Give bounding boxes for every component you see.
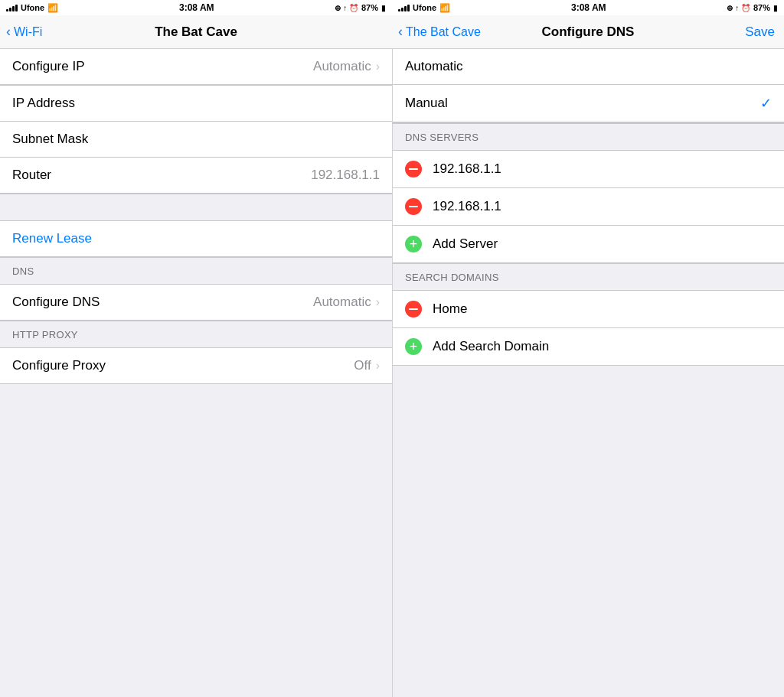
configure-ip-row[interactable]: Configure IP Automatic › <box>0 49 392 84</box>
dns-manual-label: Manual <box>405 96 448 111</box>
ip-address-row: IP Address <box>0 86 392 122</box>
back-label-left: Wi-Fi <box>14 25 42 39</box>
right-status-carrier: Ufone 📶 <box>398 3 450 13</box>
remove-server-2-button[interactable] <box>405 198 422 215</box>
dns-servers-group: 192.168.1.1 192.168.1.1 Add Server <box>393 151 784 263</box>
ip-address-label: IP Address <box>12 96 75 111</box>
dns-server-2-value: 192.168.1.1 <box>433 199 501 214</box>
right-status-bar: Ufone 📶 3:08 AM ⊕ ↑ ⏰ 87% ▮ <box>392 0 784 15</box>
content-area: Configure IP Automatic › IP Address Subn… <box>0 49 784 697</box>
configure-proxy-value-text: Off <box>354 358 371 373</box>
back-button-right[interactable]: ‹ The Bat Cave <box>398 24 481 40</box>
router-row: Router 192.168.1.1 <box>0 158 392 193</box>
carrier-name-left: Ufone <box>21 3 44 12</box>
spacer-1 <box>0 194 392 221</box>
signal-icon <box>6 4 18 11</box>
remove-server-1-button[interactable] <box>405 161 422 178</box>
left-nav-bar: ‹ Wi-Fi The Bat Cave <box>0 15 392 49</box>
ip-details-group: IP Address Subnet Mask Router 192.168.1.… <box>0 85 392 194</box>
carrier-name-right: Ufone <box>413 3 436 12</box>
left-panel: Configure IP Automatic › IP Address Subn… <box>0 49 392 697</box>
configure-proxy-group: Configure Proxy Off › <box>0 348 392 384</box>
wifi-icon-right: 📶 <box>439 3 450 13</box>
remove-home-domain-button[interactable] <box>405 301 422 318</box>
configure-ip-label: Configure IP <box>12 59 85 74</box>
dns-mode-group: Automatic Manual ✓ <box>393 49 784 123</box>
dns-server-1-row[interactable]: 192.168.1.1 <box>393 151 784 188</box>
configure-ip-group: Configure IP Automatic › <box>0 49 392 85</box>
nav-title-left: The Bat Cave <box>155 24 237 40</box>
spacer-2: DNS <box>0 257 392 285</box>
battery-left: 87% <box>361 3 378 12</box>
left-status-bar: Ufone 📶 3:08 AM ⊕ ↑ ⏰ 87% ▮ <box>0 0 392 15</box>
configure-proxy-row[interactable]: Configure Proxy Off › <box>0 348 392 383</box>
dns-automatic-label: Automatic <box>405 59 463 74</box>
router-value: 192.168.1.1 <box>311 168 380 183</box>
right-nav-bar: ‹ The Bat Cave Configure DNS Save <box>392 15 784 49</box>
dns-section-header: DNS <box>12 265 34 277</box>
configure-dns-group: Configure DNS Automatic › <box>0 285 392 321</box>
search-domains-label: SEARCH DOMAINS <box>405 272 499 283</box>
chevron-right-icon: › <box>376 60 380 73</box>
location-icon-right: ⊕ ↑ ⏰ <box>727 4 750 12</box>
add-search-domain-button[interactable] <box>405 338 422 355</box>
search-domain-home-row[interactable]: Home <box>393 291 784 328</box>
location-icon-left: ⊕ ↑ ⏰ <box>335 4 358 12</box>
router-label: Router <box>12 168 51 183</box>
checkmark-icon: ✓ <box>760 95 772 112</box>
configure-ip-value-text: Automatic <box>313 59 371 74</box>
dns-servers-label: DNS SERVERS <box>405 132 479 143</box>
renew-lease-row[interactable]: Renew Lease <box>0 221 392 256</box>
subnet-mask-row: Subnet Mask <box>0 122 392 158</box>
add-server-row[interactable]: Add Server <box>393 226 784 262</box>
http-proxy-section-header: HTTP PROXY <box>12 329 78 340</box>
right-panel: Automatic Manual ✓ DNS SERVERS 192.168.1… <box>392 49 784 697</box>
search-domain-home-label: Home <box>433 301 467 317</box>
add-server-label: Add Server <box>433 236 498 252</box>
battery-right: 87% <box>753 3 770 12</box>
status-bars: Ufone 📶 3:08 AM ⊕ ↑ ⏰ 87% ▮ Ufone 📶 3:08… <box>0 0 784 15</box>
configure-dns-value: Automatic › <box>313 295 380 310</box>
configure-proxy-chevron-icon: › <box>376 359 380 373</box>
configure-dns-chevron-icon: › <box>376 295 380 309</box>
chevron-left-icon-right: ‹ <box>398 24 403 40</box>
battery-icon-right: ▮ <box>773 4 778 12</box>
nav-title-right: Configure DNS <box>542 24 635 40</box>
subnet-mask-label: Subnet Mask <box>12 132 88 147</box>
time-right: 3:08 AM <box>571 2 606 13</box>
search-domains-section-header: SEARCH DOMAINS <box>393 263 784 291</box>
battery-icon-left: ▮ <box>381 4 386 12</box>
spacer-3: HTTP PROXY <box>0 321 392 348</box>
back-label-right: The Bat Cave <box>406 25 481 39</box>
renew-lease-group: Renew Lease <box>0 221 392 257</box>
configure-dns-value-text: Automatic <box>313 295 371 310</box>
signal-icon-right <box>398 4 410 11</box>
dns-servers-section-header: DNS SERVERS <box>393 123 784 151</box>
search-domains-group: Home Add Search Domain <box>393 291 784 366</box>
dns-server-2-row[interactable]: 192.168.1.1 <box>393 188 784 226</box>
right-status-icons-left: ⊕ ↑ ⏰ 87% ▮ <box>335 3 386 12</box>
nav-bars: ‹ Wi-Fi The Bat Cave ‹ The Bat Cave Conf… <box>0 15 784 49</box>
configure-proxy-value: Off › <box>354 358 380 373</box>
renew-lease-label: Renew Lease <box>12 231 92 246</box>
dns-server-1-value: 192.168.1.1 <box>433 161 501 177</box>
configure-dns-row[interactable]: Configure DNS Automatic › <box>0 285 392 320</box>
chevron-left-icon-left: ‹ <box>6 24 11 40</box>
add-search-domain-label: Add Search Domain <box>433 339 549 354</box>
dns-automatic-row[interactable]: Automatic <box>393 49 784 85</box>
right-status-icons-right: ⊕ ↑ ⏰ 87% ▮ <box>727 3 778 12</box>
wifi-icon-left: 📶 <box>47 3 58 13</box>
back-button-left[interactable]: ‹ Wi-Fi <box>6 24 42 40</box>
time-left: 3:08 AM <box>179 2 214 13</box>
left-status-carrier: Ufone 📶 <box>6 3 58 13</box>
configure-proxy-label: Configure Proxy <box>12 358 106 373</box>
configure-dns-label: Configure DNS <box>12 295 100 310</box>
add-server-button[interactable] <box>405 236 422 252</box>
save-button[interactable]: Save <box>745 24 775 40</box>
dns-manual-row[interactable]: Manual ✓ <box>393 85 784 122</box>
configure-ip-value: Automatic › <box>313 59 380 74</box>
add-search-domain-row[interactable]: Add Search Domain <box>393 328 784 365</box>
